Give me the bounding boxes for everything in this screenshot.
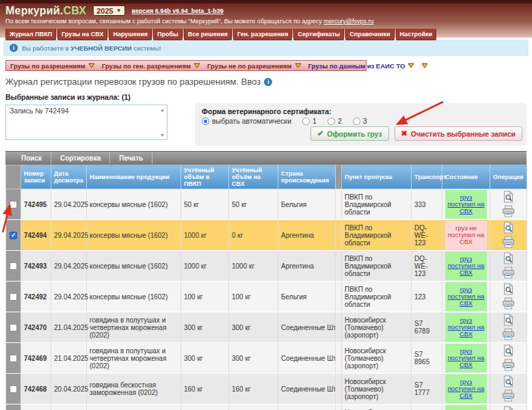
table-row: 74249329.04.2025консервы мясные (1602)10…	[6, 251, 527, 282]
volume-pvkp: 202 кг	[181, 405, 229, 410]
row-checkbox[interactable]	[10, 355, 17, 362]
status-badge: груз поступил на СВХ	[445, 405, 487, 410]
info-icon[interactable]: i	[264, 78, 272, 86]
menu-item-журнал-пвкп[interactable]: Журнал ПВКП	[5, 28, 56, 40]
row-checkbox[interactable]	[10, 293, 17, 301]
print-icon	[501, 358, 516, 372]
subnav-item[interactable]: Грузы по данным из ЕАИС ТО	[308, 62, 415, 70]
subnav-item[interactable]: Грузы по ген. разрешениям	[102, 62, 200, 70]
row-checkbox[interactable]	[10, 324, 17, 331]
selected-records-listbox[interactable]: Запись № 742494 ▲▼	[5, 105, 168, 140]
operations-cell	[490, 405, 527, 410]
row-checkbox-checked[interactable]	[10, 232, 17, 239]
volume-pvkp: 50 кг	[181, 189, 229, 220]
status-link[interactable]: груз поступил на СВХ	[447, 194, 486, 215]
menu-item-пробы[interactable]: Пробы	[153, 28, 183, 40]
row-checkbox-cell	[6, 282, 21, 312]
cert-form-panel: Форма ветеринарного сертификата: выбрать…	[195, 103, 527, 146]
radio-button[interactable]	[353, 118, 360, 125]
row-checkbox[interactable]	[10, 385, 17, 393]
toolbar-item-сортировка[interactable]: Сортировка	[51, 152, 110, 164]
print-record-button[interactable]	[501, 389, 516, 403]
support-text: По всем техническим вопросам, связанным …	[5, 18, 323, 25]
table-row: 74247021.04.2025говядина в полутушах и ч…	[6, 312, 527, 343]
support-email-link[interactable]: mercury@fsvps.ru	[323, 18, 373, 25]
row-checkbox[interactable]	[10, 201, 17, 208]
record-number: 742470	[21, 312, 51, 343]
subnav-item[interactable]: Грузы по разрешениям	[10, 62, 95, 70]
radio-button[interactable]	[328, 118, 335, 125]
version-link[interactable]: версия 6.94b v6.94_beta_1-b39	[132, 8, 224, 14]
status-link[interactable]: груз поступил на СВХ	[447, 348, 486, 368]
status-link[interactable]: груз поступил на СВХ	[447, 256, 486, 276]
column-header: Учтённый объём в ПВКП	[181, 165, 229, 189]
radio-button[interactable]	[302, 118, 310, 125]
register-cargo-button[interactable]: ✔Оформить груз	[310, 126, 388, 141]
status-link[interactable]: груз поступил на СВХ	[447, 317, 486, 338]
transport: S7 1777	[412, 374, 442, 405]
menu-item-настройки[interactable]: Настройки	[396, 28, 436, 40]
listbox-scrollbar[interactable]: ▲▼	[159, 106, 166, 139]
print-record-button[interactable]	[501, 235, 516, 249]
clear-selected-button[interactable]: ✖Очистить выбранные записи	[395, 126, 522, 141]
status-badge: груз поступил на СВХ	[445, 282, 487, 311]
menu-item-грузы-на-свх[interactable]: Грузы на СВХ	[57, 28, 107, 40]
notice-text: Вы работаете в УЧЕБНОЙ ВЕРСИИ системы!	[22, 44, 161, 52]
origin-country: Аргентина	[278, 251, 336, 282]
table-row: 74246720.04.2025говядина в полутушах и ч…	[6, 405, 527, 410]
record-number: 742493	[21, 251, 51, 282]
product-name: говядина в полутушах и четвертинах морож…	[87, 343, 181, 374]
cert-form-radio-option[interactable]: выбрать автоматически	[202, 117, 291, 125]
transport: S7 6789	[412, 312, 442, 343]
cert-form-radios: выбрать автоматически123	[195, 117, 527, 125]
row-checkbox[interactable]	[10, 262, 17, 270]
subnav-more-dropdown[interactable]	[421, 63, 428, 68]
column-header: Операции	[490, 165, 527, 189]
view-record-button[interactable]	[501, 251, 516, 266]
print-icon	[501, 327, 516, 341]
print-record-button[interactable]	[501, 266, 516, 280]
toolbar-item-печать[interactable]: Печать	[110, 152, 152, 164]
view-record-button[interactable]	[501, 282, 516, 297]
view-record-button[interactable]	[501, 190, 516, 204]
status-link[interactable]: груз поступил на СВХ	[447, 379, 486, 399]
cert-form-radio-option[interactable]: 1	[302, 117, 317, 125]
year-value: 2025	[96, 7, 113, 15]
status-cell: груз поступил на СВХ	[442, 282, 490, 312]
year-selector[interactable]: 2025▼	[93, 5, 124, 16]
table-row: 74249229.04.2025консервы мясные (1602)10…	[6, 282, 527, 312]
cert-form-radio-option[interactable]: 3	[353, 117, 367, 125]
app-logo[interactable]: Меркурий.СВХ	[5, 5, 86, 17]
menu-item-все-решения[interactable]: Все решения	[184, 28, 232, 40]
view-record-button[interactable]	[501, 344, 516, 358]
product-name: консервы мясные (1602)	[87, 282, 181, 312]
logo-text-secondary: СВХ	[63, 5, 86, 16]
menu-item-ген-разрешения[interactable]: Ген. разрешения	[233, 28, 292, 40]
menu-item-нарушения[interactable]: Нарушения	[109, 28, 152, 40]
subnav-item-label: Грузы по данным из ЕАИС ТО	[308, 62, 405, 70]
volume-svh: 300 кг	[229, 343, 278, 374]
status-link[interactable]: груз поступил на СВХ	[447, 286, 486, 307]
view-record-button[interactable]	[501, 313, 516, 327]
menu-item-справочники[interactable]: Справочники	[345, 28, 394, 40]
subnav-item[interactable]: Грузы не по разрешениям	[207, 62, 302, 70]
dropdown-triangle-icon	[421, 63, 428, 68]
print-record-button[interactable]	[501, 327, 516, 342]
radio-button[interactable]	[202, 118, 209, 125]
column-header: Наименование продукции	[87, 165, 181, 189]
view-record-button[interactable]	[501, 221, 516, 235]
view-record-button[interactable]	[501, 405, 516, 410]
scroll-down-icon[interactable]: ▼	[160, 133, 165, 137]
print-icon	[501, 235, 516, 249]
print-record-button[interactable]	[501, 297, 516, 311]
print-record-button[interactable]	[501, 204, 516, 219]
record-number: 742492	[21, 282, 51, 312]
scroll-up-icon[interactable]: ▲	[160, 107, 165, 112]
selected-record-entry[interactable]: Запись № 742494	[6, 105, 167, 115]
menu-item-сертификаты[interactable]: Сертификаты	[293, 28, 344, 40]
cert-form-radio-option[interactable]: 2	[328, 117, 342, 125]
print-record-button[interactable]	[501, 358, 516, 372]
column-header: Состояние	[442, 165, 490, 189]
view-record-button[interactable]	[501, 374, 516, 389]
toolbar-item-поиск[interactable]: Поиск	[12, 152, 51, 164]
